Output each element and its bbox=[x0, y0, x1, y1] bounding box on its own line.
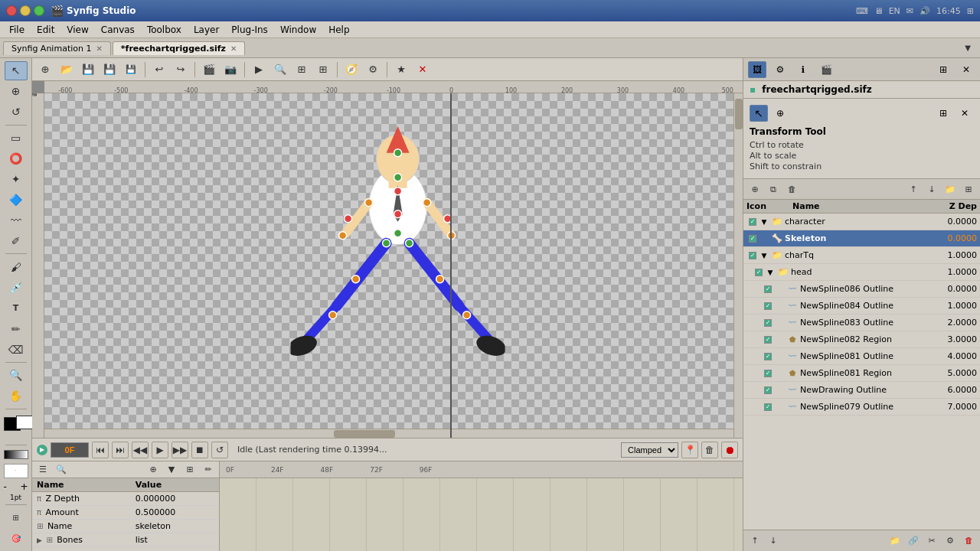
tool-draw[interactable]: ✏ bbox=[5, 319, 28, 338]
tool-pan[interactable]: ✋ bbox=[5, 386, 28, 406]
menu-edit[interactable]: Edit bbox=[31, 23, 60, 37]
layer-up-btn[interactable]: ↑ bbox=[905, 181, 922, 197]
view-toggle-btn[interactable]: ★ bbox=[391, 61, 411, 78]
layer-delete-btn[interactable]: 🗑 bbox=[783, 181, 800, 197]
bones-expand-icon[interactable]: ▶ bbox=[37, 536, 42, 544]
settings-btn[interactable]: ⚙ bbox=[363, 61, 383, 78]
close-button[interactable] bbox=[6, 5, 17, 16]
new-layer-btn[interactable]: ⊕ bbox=[35, 61, 55, 78]
render-btn[interactable]: 💾 bbox=[121, 61, 141, 78]
tool-rectangle[interactable]: ▭ bbox=[5, 129, 28, 148]
layer-add-btn[interactable]: ⊕ bbox=[746, 181, 763, 197]
layer-check-9[interactable]: ✓ bbox=[762, 370, 774, 377]
layer-row-spline079[interactable]: ✓ 〰 NewSpline079 Outline 7.0000 bbox=[743, 399, 980, 416]
save-btn[interactable]: 💾 bbox=[78, 61, 98, 78]
param-value-zdepth[interactable]: 0.000000 bbox=[131, 492, 219, 506]
layer-check-6[interactable]: ✓ bbox=[762, 319, 774, 327]
tool-rotate[interactable]: ↺ bbox=[5, 103, 28, 122]
interpolation-select[interactable]: Clamped bbox=[621, 442, 678, 458]
tool-render[interactable]: 🎯 bbox=[5, 529, 28, 548]
layer-group-btn[interactable]: 📁 bbox=[942, 181, 959, 197]
tool-polygon[interactable]: 🔷 bbox=[5, 191, 28, 210]
view-options-btn[interactable]: ▼ bbox=[959, 41, 977, 56]
canvas-viewport[interactable] bbox=[44, 93, 743, 438]
menu-help[interactable]: Help bbox=[322, 23, 355, 37]
layer-check-3[interactable]: ✓ bbox=[753, 269, 765, 276]
play-forward-btn[interactable]: ▶ bbox=[152, 442, 168, 458]
add-param-btn[interactable]: ⊕ bbox=[145, 463, 161, 477]
layer-check-5[interactable]: ✓ bbox=[762, 302, 774, 310]
params-view-btn[interactable]: ☰ bbox=[35, 463, 51, 477]
tool-info-close[interactable]: ✕ bbox=[956, 105, 974, 122]
camera-btn[interactable]: 📷 bbox=[220, 61, 240, 78]
layer-row-spline081r[interactable]: ✓ ⬟ NewSpline081 Region 5.0000 bbox=[743, 365, 980, 382]
param-edit-btn[interactable]: ✏ bbox=[201, 463, 216, 477]
layer-row-spline082[interactable]: ✓ ⬟ NewSpline082 Region 3.0000 bbox=[743, 331, 980, 348]
tool-info-expand[interactable]: ⊞ bbox=[934, 105, 952, 122]
layer-unlink-btn[interactable]: ✂ bbox=[923, 533, 940, 549]
tab-freechart[interactable]: *freechartqrigged.sifz ✕ bbox=[113, 41, 246, 55]
param-row-bones[interactable]: ▶ ⊞ Bones list bbox=[32, 533, 219, 547]
tool-transform[interactable]: ↖ bbox=[5, 61, 28, 80]
delete-waypoint-btn[interactable]: 🗑 bbox=[701, 442, 718, 458]
tool-grid[interactable]: ⊞ bbox=[5, 508, 28, 527]
layer-check-0[interactable]: ✓ bbox=[746, 218, 759, 226]
layer-check-10[interactable]: ✓ bbox=[762, 386, 774, 394]
size-minus[interactable]: - bbox=[4, 481, 7, 492]
menu-toolbox[interactable]: Toolbox bbox=[141, 23, 188, 37]
save-as-btn[interactable]: 💾 bbox=[100, 61, 119, 78]
maximize-button[interactable] bbox=[34, 5, 44, 16]
record-btn[interactable]: 🎬 bbox=[199, 61, 219, 78]
param-row-name[interactable]: ⊞ Name skeleton bbox=[32, 520, 219, 533]
mask-btn[interactable]: ⊞ bbox=[292, 61, 312, 78]
tab-close-0[interactable]: ✕ bbox=[96, 44, 102, 53]
menu-canvas[interactable]: Canvas bbox=[95, 23, 141, 37]
layer-row-spline083[interactable]: ✓ 〰 NewSpline083 Outline 2.0000 bbox=[743, 315, 980, 331]
frame-input[interactable] bbox=[51, 442, 89, 458]
background-color[interactable] bbox=[16, 416, 33, 429]
gradient-display[interactable] bbox=[4, 450, 28, 459]
layer-duplicate-btn[interactable]: ⧉ bbox=[765, 181, 782, 197]
size-plus[interactable]: + bbox=[20, 481, 28, 492]
tab-animation1[interactable]: Synfig Animation 1 ✕ bbox=[3, 41, 111, 55]
play-btn-top[interactable]: ▶ bbox=[249, 61, 269, 78]
layer-expand-0[interactable]: ▼ bbox=[759, 218, 769, 226]
menu-file[interactable]: File bbox=[3, 23, 31, 37]
layer-settings-btn[interactable]: ⚙ bbox=[942, 533, 959, 549]
menu-view[interactable]: View bbox=[60, 23, 94, 37]
stop-btn[interactable]: ⏹ bbox=[191, 442, 208, 458]
tool-fill[interactable]: 🖌 bbox=[5, 257, 28, 276]
param-value-amount[interactable]: 0.500000 bbox=[131, 506, 219, 520]
layer-row-spline084[interactable]: ✓ 〰 NewSpline084 Outline 1.0000 bbox=[743, 298, 980, 315]
add-waypoint-btn[interactable]: 📍 bbox=[681, 442, 698, 458]
params-search-btn[interactable]: 🔍 bbox=[54, 463, 69, 477]
layer-check-2[interactable]: ✓ bbox=[746, 252, 759, 259]
layer-row-chartq[interactable]: ✓ ▼ 📁 charTq 1.0000 bbox=[743, 247, 980, 264]
tab-close-1[interactable]: ✕ bbox=[230, 44, 237, 53]
tool-select-btn[interactable]: ↖ bbox=[750, 105, 768, 122]
layer-row-head[interactable]: ✓ ▼ 📁 head 1.0000 bbox=[743, 264, 980, 281]
record-anim-btn[interactable]: ⏺ bbox=[721, 442, 738, 458]
layer-check-4[interactable]: ✓ bbox=[762, 285, 774, 293]
layer-check-11[interactable]: ✓ bbox=[762, 403, 774, 411]
layer-bottom-delete-btn[interactable]: 🗑 bbox=[960, 533, 977, 549]
tool-smooth-move[interactable]: ⊕ bbox=[5, 82, 28, 101]
layer-row-spline081o[interactable]: ✓ 〰 NewSpline081 Outline 4.0000 bbox=[743, 348, 980, 365]
loop-btn[interactable]: ↺ bbox=[211, 442, 228, 458]
layer-expand-3[interactable]: ▼ bbox=[765, 269, 776, 276]
window-controls[interactable] bbox=[6, 5, 44, 16]
grid-btn[interactable]: ⊞ bbox=[313, 61, 333, 78]
tool-text[interactable]: T bbox=[5, 298, 28, 318]
layer-row-spline086[interactable]: ✓ 〰 NewSpline086 Outline 0.0000 bbox=[743, 281, 980, 298]
timeline-content[interactable] bbox=[220, 478, 743, 551]
param-value-name[interactable]: skeleton bbox=[131, 520, 219, 533]
menu-plugins[interactable]: Plug-Ins bbox=[225, 23, 274, 37]
layer-check-1[interactable]: ✓ bbox=[746, 235, 759, 243]
param-row-amount[interactable]: π Amount 0.500000 bbox=[32, 506, 219, 520]
tool-erase[interactable]: ⌫ bbox=[5, 340, 28, 359]
zoom-in-btn[interactable]: 🔍 bbox=[270, 61, 290, 78]
layer-new-folder-btn[interactable]: 📁 bbox=[887, 533, 903, 549]
rpanel-close-btn[interactable]: ✕ bbox=[957, 61, 975, 78]
layer-row-character[interactable]: ✓ ▼ 📁 character 0.0000 bbox=[743, 214, 980, 230]
layer-check-7[interactable]: ✓ bbox=[762, 336, 774, 344]
